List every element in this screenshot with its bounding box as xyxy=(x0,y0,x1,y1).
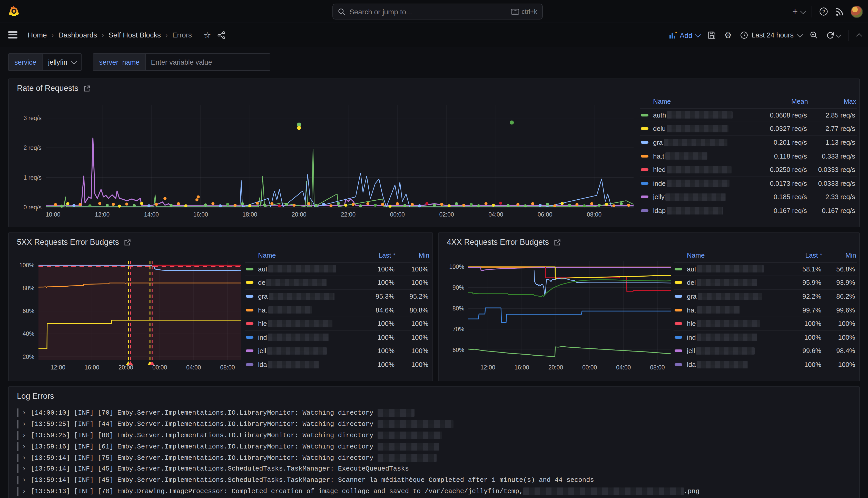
legend-series-name[interactable]: hled xyxy=(653,166,751,174)
add-panel-button[interactable]: Add xyxy=(669,31,699,39)
legend-column-header[interactable]: Mean xyxy=(751,97,808,105)
legend-series-name[interactable]: gra xyxy=(258,292,351,300)
variable-service-select[interactable]: jellyfin xyxy=(42,53,82,71)
series-color-chip xyxy=(675,295,682,298)
svg-text:100%: 100% xyxy=(449,263,464,270)
legend-series-name[interactable]: hle xyxy=(687,320,778,328)
expand-caret-icon[interactable]: › xyxy=(22,409,26,417)
legend-series-name[interactable]: inde xyxy=(653,180,751,187)
panel-title[interactable]: 5XX Requests Error Budgets xyxy=(17,238,131,247)
legend-column-header[interactable]: Name xyxy=(687,251,778,259)
legend-series-name[interactable]: ldap xyxy=(653,207,751,214)
redacted-text xyxy=(697,320,761,327)
log-row: ›[13:59:14] [INF] [45] Emby.Server.Imple… xyxy=(17,463,854,475)
help-icon[interactable]: ? xyxy=(819,7,828,16)
redacted-text xyxy=(697,306,740,314)
menu-toggle-icon[interactable] xyxy=(8,30,17,40)
collapse-toolbar-icon[interactable] xyxy=(856,33,862,39)
expand-caret-icon[interactable]: › xyxy=(22,432,26,439)
legend-series-name[interactable]: ind xyxy=(687,333,778,341)
svg-text:60%: 60% xyxy=(23,307,35,314)
svg-text:20:00: 20:00 xyxy=(292,211,307,218)
legend-row: aut100%100% xyxy=(245,262,430,276)
save-dashboard-button[interactable] xyxy=(708,31,716,39)
legend-series-name[interactable]: gra xyxy=(653,139,751,146)
share-icon[interactable] xyxy=(218,31,226,39)
legend-series-name[interactable]: de xyxy=(258,279,351,287)
expand-caret-icon[interactable]: › xyxy=(22,443,26,450)
new-button[interactable]: + xyxy=(792,6,804,17)
breadcrumb-dashboards[interactable]: Dashboards xyxy=(58,31,97,39)
variable-server-name-input[interactable] xyxy=(145,53,270,71)
refresh-button[interactable] xyxy=(826,31,840,39)
legend-value: 0.0250 req/s xyxy=(751,166,808,174)
breadcrumb-folder[interactable]: Self Host Blocks xyxy=(108,31,161,39)
5xx-time-series-chart[interactable]: 20%40%60%80%100%12:0016:0020:0000:0004:0… xyxy=(12,253,244,378)
log-level-bar xyxy=(17,431,18,440)
expand-caret-icon[interactable]: › xyxy=(22,465,26,473)
legend-column-header[interactable]: Name xyxy=(653,97,751,105)
legend-column-header[interactable]: Max xyxy=(808,97,856,105)
legend-row: jell100%100% xyxy=(245,344,430,357)
zoom-out-button[interactable] xyxy=(810,31,818,39)
legend-value: 100% xyxy=(351,333,396,341)
favorite-star-icon[interactable]: ☆ xyxy=(204,30,211,40)
svg-text:2 req/s: 2 req/s xyxy=(24,144,42,151)
legend-series-name[interactable]: jell xyxy=(258,347,351,355)
legend-row: hle100%100% xyxy=(673,317,857,330)
external-link-icon[interactable] xyxy=(124,239,131,246)
legend-column-header[interactable]: Last * xyxy=(778,251,822,259)
legend-row: de100%100% xyxy=(245,276,430,289)
expand-caret-icon[interactable]: › xyxy=(22,487,26,495)
legend-column-header[interactable]: Min xyxy=(396,251,429,259)
log-level-bar xyxy=(17,476,18,484)
legend-series-name[interactable]: del xyxy=(687,279,778,287)
legend-series-name[interactable]: ha. xyxy=(258,306,351,314)
legend-column-header[interactable]: Min xyxy=(822,251,856,259)
global-search-box[interactable]: Search or jump to... ctrl+k xyxy=(332,4,543,19)
add-panel-icon xyxy=(669,31,677,39)
external-link-icon[interactable] xyxy=(84,85,90,92)
breadcrumb: Home › Dashboards › Self Host Blocks › E… xyxy=(28,30,226,40)
legend-value: 100% xyxy=(778,361,822,368)
series-color-chip xyxy=(675,323,682,325)
panel-title[interactable]: Rate of Requests xyxy=(17,84,90,93)
svg-text:12:00: 12:00 xyxy=(95,211,110,218)
news-rss-icon[interactable] xyxy=(835,8,843,16)
legend-series-name[interactable]: auth xyxy=(653,112,751,119)
expand-caret-icon[interactable]: › xyxy=(22,420,26,428)
legend-series-name[interactable]: aut xyxy=(687,265,778,273)
legend-series-name[interactable]: hle xyxy=(258,320,351,328)
legend-header-row: NameMeanMax xyxy=(640,94,857,108)
expand-caret-icon[interactable]: › xyxy=(22,454,26,461)
legend-series-name[interactable]: ha.t xyxy=(653,152,751,160)
user-avatar[interactable] xyxy=(851,5,863,18)
expand-caret-icon[interactable]: › xyxy=(22,476,26,484)
redacted-text xyxy=(667,180,729,187)
refresh-interval-dropdown[interactable] xyxy=(836,31,842,38)
grafana-logo-icon[interactable] xyxy=(7,5,21,18)
legend-series-name[interactable]: aut xyxy=(258,265,351,273)
legend-value: 0.0173 req/s xyxy=(751,180,808,187)
time-range-picker[interactable]: Last 24 hours xyxy=(740,31,801,39)
legend-series-name[interactable]: ind xyxy=(258,333,351,341)
4xx-time-series-chart[interactable]: 60%70%80%90%100%12:0016:0020:0000:0004:0… xyxy=(442,253,673,378)
legend-series-name[interactable]: lda xyxy=(687,361,778,368)
legend-series-name[interactable]: delu xyxy=(653,125,751,133)
legend-series-name[interactable]: lda xyxy=(258,361,351,368)
legend-series-name[interactable]: jell xyxy=(687,347,778,355)
legend-column-header[interactable]: Last * xyxy=(351,251,396,259)
dashboard-settings-button[interactable]: ⚙ xyxy=(724,30,732,40)
legend-series-name[interactable]: jelly xyxy=(653,193,751,201)
legend-value: 0.167 req/s xyxy=(808,207,856,214)
panel-title[interactable]: 4XX Requests Error Budgets xyxy=(447,238,561,247)
redacted-text xyxy=(267,279,327,286)
redacted-text xyxy=(665,153,707,160)
panel-title[interactable]: Log Errors xyxy=(17,392,54,401)
external-link-icon[interactable] xyxy=(554,239,561,246)
breadcrumb-home[interactable]: Home xyxy=(28,31,47,39)
rate-time-series-chart[interactable]: 0 req/s1 req/s2 req/s3 req/s10:0012:0014… xyxy=(14,100,638,224)
legend-series-name[interactable]: gra xyxy=(687,292,778,300)
legend-column-header[interactable]: Name xyxy=(258,251,351,259)
legend-series-name[interactable]: ha. xyxy=(687,306,778,314)
